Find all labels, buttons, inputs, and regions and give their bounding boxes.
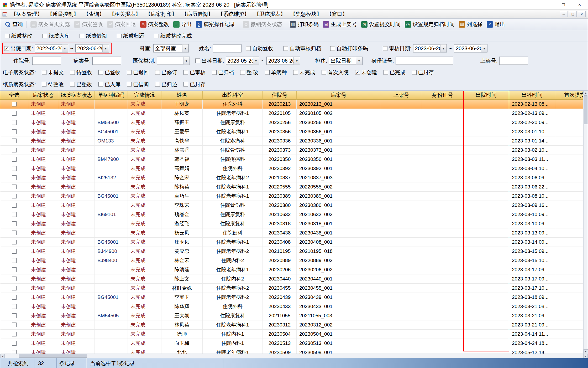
electronic-status-10-checkbox[interactable] (322, 70, 326, 75)
menu-item-0[interactable]: 【病案管理】 (9, 10, 45, 18)
row-checkbox[interactable] (12, 148, 17, 152)
electronic-status-3-checkbox[interactable] (127, 70, 132, 75)
row-checkbox[interactable] (12, 258, 17, 263)
row-checkbox[interactable] (12, 267, 17, 272)
column-header-12[interactable]: 出科时间 (509, 91, 555, 100)
quick-filter-4-checkbox[interactable] (154, 34, 159, 38)
insurance-type-select[interactable] (157, 57, 190, 65)
close-button[interactable]: × (571, 0, 588, 9)
column-header-6[interactable]: 出院科室 (203, 91, 263, 100)
row-checkbox[interactable] (12, 185, 17, 189)
row-checkbox[interactable] (12, 249, 17, 254)
row-checkbox[interactable] (12, 323, 17, 327)
row-checkbox[interactable] (12, 194, 17, 198)
row-checkbox[interactable] (12, 231, 17, 235)
department-select[interactable]: 全部科室 (153, 44, 189, 53)
menu-item-7[interactable]: 【卫统报表】 (252, 10, 288, 18)
sort-select[interactable]: 出院日期 (329, 57, 363, 65)
auto-audit-archive-checkbox[interactable] (284, 46, 288, 51)
toolbar-button-column-select[interactable]: ▦列选择 (457, 20, 485, 29)
toolbar-button-export[interactable]: →导出 (171, 20, 194, 29)
table-row[interactable]: 未创建未创建BJ98400未完成林金宋住院内科22022088920220889… (0, 256, 584, 265)
column-header-13[interactable]: 首次提交 (555, 91, 584, 100)
horizontal-scroll-thumb[interactable] (19, 354, 87, 358)
name-input[interactable] (213, 44, 242, 53)
table-row[interactable]: 未创建未创建未完成林凤英住院老年病科12023031220230312_0022… (0, 320, 584, 330)
discharge-date-from-select[interactable]: 2022-05-20 (35, 44, 68, 53)
table-row[interactable]: 未创建未创建未完成林雪香住院骨伤科2023037320230373_001202… (0, 146, 584, 155)
scroll-left-arrow-icon[interactable] (0, 354, 5, 358)
menu-item-2[interactable]: 【查询】 (81, 10, 107, 18)
table-row[interactable]: 未创建未创建未完成向玉梅住院内科12023051320230513_001202… (0, 339, 584, 348)
table-row[interactable]: 未创建未创建未完成陈梅英住院老年病科12022055520220555_0022… (0, 182, 584, 192)
table-row[interactable]: 未创建未创建BI25132未完成陈金宋住院老年病科220210837202108… (0, 173, 584, 182)
row-checkbox[interactable] (12, 286, 17, 290)
row-checkbox[interactable] (12, 139, 17, 143)
table-row[interactable]: 未创建未创建未完成游经飞住院康复科2023031820230318_001202… (0, 219, 584, 228)
quick-filter-3-checkbox[interactable] (117, 34, 122, 38)
menu-item-1[interactable]: 【质量控制】 (45, 10, 81, 18)
row-checkbox[interactable] (12, 166, 17, 171)
electronic-status-7-checkbox[interactable] (240, 70, 245, 75)
scroll-up-arrow-icon[interactable] (584, 91, 588, 95)
table-row[interactable]: 未创建未创建未完成陈清莲住院老年病科12023020620230206_0022… (0, 265, 584, 274)
column-header-3[interactable]: 单病种编码 (95, 91, 128, 100)
table-row[interactable]: 未创建未创建未完成杨云凤住院妇科2023043820230438_0012023… (0, 228, 584, 238)
menu-item-4[interactable]: 【病案打印】 (143, 10, 179, 18)
row-checkbox[interactable] (12, 313, 17, 318)
column-header-4[interactable]: 完成情况 (128, 91, 161, 100)
row-checkbox[interactable] (12, 221, 17, 226)
auto-sign-checkbox[interactable] (246, 46, 251, 51)
table-row[interactable]: 未创建未创建BM47900未完成韩圣福住院疼痛科2023035020230350… (0, 155, 584, 164)
electronic-status-13-checkbox[interactable] (412, 70, 417, 75)
row-checkbox[interactable] (12, 120, 17, 125)
vertical-scroll-thumb[interactable] (584, 95, 587, 124)
row-checkbox[interactable] (12, 102, 17, 106)
table-row[interactable]: 未创建未创建未完成北北住院老年病科12023050920230509_00120… (0, 348, 584, 354)
toolbar-button-print-barcode[interactable]: ▥打印条码 (288, 20, 321, 29)
row-checkbox[interactable] (12, 350, 17, 354)
table-row[interactable]: 未创建未创建未完成高舞娟住院外科2023039220230392_0012023… (0, 164, 584, 173)
electronic-status-6-checkbox[interactable] (212, 70, 217, 75)
row-checkbox[interactable] (12, 203, 17, 208)
column-header-8[interactable]: 病案号 (297, 91, 381, 100)
paper-status-4-checkbox[interactable] (155, 82, 160, 87)
row-checkbox[interactable] (12, 175, 17, 180)
menu-item-8[interactable]: 【奖惩模块】 (288, 10, 324, 18)
row-checkbox[interactable] (12, 212, 17, 217)
quick-filter-1-checkbox[interactable] (42, 34, 47, 38)
column-header-10[interactable]: 身份证号 (422, 91, 463, 100)
minimize-button[interactable]: ─ (539, 0, 555, 9)
paper-status-5-checkbox[interactable] (183, 82, 188, 87)
toolbar-button-rectify[interactable]: ✎病案整改 (138, 20, 171, 29)
row-checkbox[interactable] (12, 277, 17, 281)
admission-no-input[interactable] (32, 57, 61, 65)
column-header-5[interactable]: 姓名 (161, 91, 203, 100)
column-header-11[interactable]: 出院时间 (463, 91, 509, 100)
menu-item-9[interactable]: 【窗口】 (324, 10, 350, 18)
table-row[interactable]: 未创建未创建未完成陈上文住院内科22023044020230440_001202… (0, 274, 584, 284)
toolbar-button-set-submit-time[interactable]: ◷设置提交时间 (359, 20, 403, 29)
row-checkbox[interactable] (12, 240, 17, 244)
table-row[interactable]: 未创建未创建BM54500未完成薛振玉住院康复科2023025620230256… (0, 118, 584, 127)
electronic-status-11-checkbox[interactable] (355, 70, 360, 75)
shelf-no-input[interactable] (499, 57, 528, 65)
electronic-status-9-checkbox[interactable] (293, 70, 298, 75)
toolbar-button-operation-log[interactable]: ∑病案操作记录 (194, 20, 237, 29)
vertical-scrollbar[interactable] (583, 91, 588, 354)
electronic-status-2-checkbox[interactable] (98, 70, 103, 75)
dept-leave-to-select[interactable]: 2023-06-20 (266, 57, 300, 65)
row-checkbox[interactable] (12, 332, 17, 336)
table-row[interactable]: 未创建未创建未完成陈华辉住院外科2023043320230433_0012023… (0, 302, 584, 311)
column-header-9[interactable]: 上架号 (381, 91, 422, 100)
row-checkbox[interactable] (12, 111, 17, 116)
table-row[interactable]: 未创建未创建BG45001未完成卓巧生住院老年病科120230389202303… (0, 192, 584, 201)
paper-status-1-checkbox[interactable] (70, 82, 75, 87)
table-row[interactable]: 未创建未创建BG45001未完成李宝玉住院老年病科220230439202304… (0, 293, 584, 302)
table-row[interactable]: 未创建未创建BI69101未完成魏品金住院康复科2021063220210632… (0, 210, 584, 219)
toolbar-button-set-archive-time[interactable]: ◷设置规定归档时间 (403, 20, 457, 29)
table-row[interactable]: 未创建未创建未完成林叮金姝住院老年病科22023045520230455_001… (0, 284, 584, 293)
discharge-date-to-select[interactable]: 2023-06-20 (75, 44, 109, 53)
menu-item-3[interactable]: 【相关报表】 (107, 10, 143, 18)
menu-item-5[interactable]: 【病历借阅】 (179, 10, 216, 18)
